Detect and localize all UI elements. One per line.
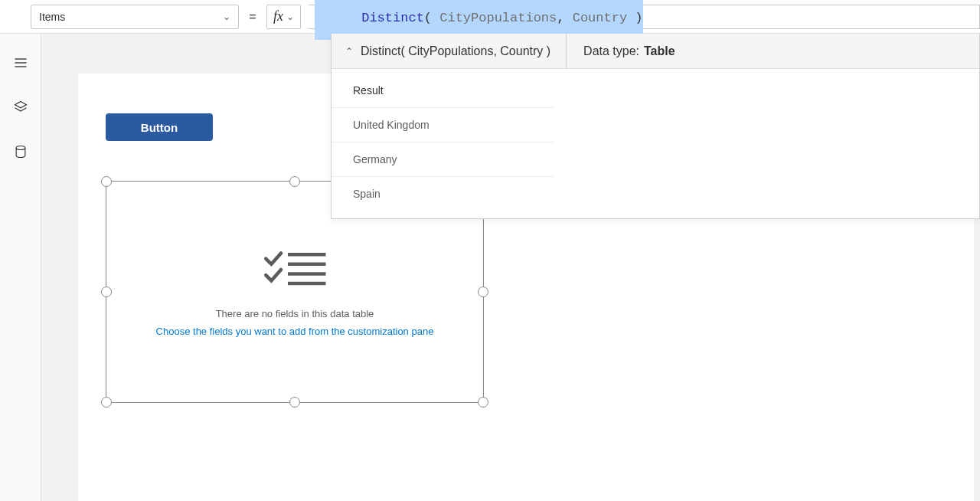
data-icon[interactable] (13, 144, 28, 159)
fx-icon: fx (273, 8, 283, 25)
formula-result-panel: ⌃ Distinct( CityPopulations, Country ) D… (331, 34, 980, 219)
result-row: Germany (332, 142, 554, 177)
resize-handle[interactable] (289, 176, 300, 187)
result-expression-cell[interactable]: ⌃ Distinct( CityPopulations, Country ) (332, 34, 567, 68)
property-name: Items (39, 11, 65, 23)
chevron-up-icon: ⌃ (345, 46, 353, 57)
result-row: United Kingdom (332, 108, 554, 142)
formula-function: Distinct (361, 11, 424, 25)
result-column-header: Result (332, 74, 554, 108)
property-selector[interactable]: Items ⌄ (31, 5, 239, 29)
button-control[interactable]: Button (106, 113, 213, 141)
resize-handle[interactable] (101, 287, 112, 297)
formula-column: Country (573, 11, 627, 25)
resize-handle[interactable] (478, 397, 488, 408)
result-expression: Distinct( CityPopulations, Country ) (361, 44, 550, 58)
chevron-down-icon: ⌄ (223, 11, 230, 22)
formula-input[interactable]: Distinct( CityPopulations, Country ) (309, 5, 980, 29)
formula-bar: Items ⌄ = fx ⌄ Distinct( CityPopulations… (0, 0, 980, 34)
result-header: ⌃ Distinct( CityPopulations, Country ) D… (332, 34, 979, 69)
resize-handle[interactable] (289, 397, 300, 408)
resize-handle[interactable] (101, 397, 112, 408)
result-row: Spain (332, 177, 554, 211)
left-nav (0, 34, 41, 501)
svg-point-4 (16, 146, 25, 150)
chevron-down-icon: ⌄ (286, 11, 294, 22)
svg-marker-3 (15, 102, 26, 108)
datatable-fields-link[interactable]: Choose the fields you want to add from t… (156, 326, 434, 337)
result-table: Result United Kingdom Germany Spain (332, 74, 979, 211)
hamburger-icon[interactable] (13, 55, 28, 70)
checklist-icon (260, 247, 329, 293)
fx-button[interactable]: fx ⌄ (266, 5, 301, 29)
equals-sign: = (247, 10, 259, 24)
formula-datasource: CityPopulations (439, 11, 557, 25)
result-datatype: Data type: Table (567, 44, 692, 58)
tree-view-icon[interactable] (13, 100, 28, 115)
result-body: Result United Kingdom Germany Spain (332, 69, 979, 218)
resize-handle[interactable] (478, 287, 488, 297)
resize-handle[interactable] (101, 176, 112, 187)
datatable-empty-message: There are no fields in this data table (216, 308, 374, 319)
